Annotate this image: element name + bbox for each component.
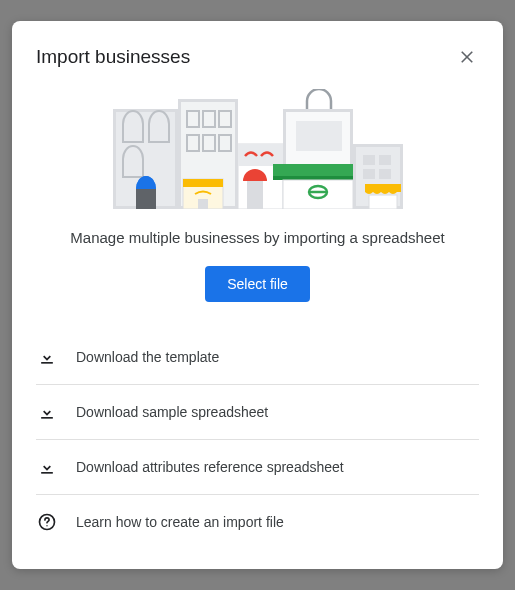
download-sample-link[interactable]: Download sample spreadsheet <box>36 385 479 440</box>
svg-rect-34 <box>41 362 53 364</box>
select-file-button[interactable]: Select file <box>205 266 310 302</box>
import-businesses-dialog: Import businesses <box>12 21 503 569</box>
learn-how-link[interactable]: Learn how to create an import file <box>36 495 479 549</box>
svg-rect-15 <box>198 199 208 209</box>
svg-rect-4 <box>136 189 156 209</box>
svg-rect-28 <box>363 155 375 165</box>
svg-point-38 <box>46 525 47 526</box>
close-icon <box>458 48 476 66</box>
svg-rect-29 <box>379 155 391 165</box>
action-label: Learn how to create an import file <box>76 514 284 530</box>
svg-rect-30 <box>363 169 375 179</box>
download-attributes-link[interactable]: Download attributes reference spreadshee… <box>36 440 479 495</box>
svg-rect-32 <box>365 184 401 192</box>
close-button[interactable] <box>455 45 479 69</box>
dialog-header: Import businesses <box>36 45 479 69</box>
dialog-title: Import businesses <box>36 46 190 68</box>
download-template-link[interactable]: Download the template <box>36 330 479 385</box>
svg-rect-23 <box>283 180 353 209</box>
svg-rect-36 <box>41 472 53 474</box>
action-list: Download the template Download sample sp… <box>36 330 479 549</box>
download-icon <box>36 401 58 423</box>
dialog-description: Manage multiple businesses by importing … <box>36 229 479 246</box>
svg-rect-18 <box>247 181 263 209</box>
svg-rect-21 <box>296 121 342 151</box>
svg-rect-22 <box>273 164 358 176</box>
download-icon <box>36 456 58 478</box>
action-label: Download sample spreadsheet <box>76 404 268 420</box>
svg-rect-31 <box>379 169 391 179</box>
storefront-illustration <box>36 89 479 209</box>
svg-rect-33 <box>369 195 397 209</box>
svg-rect-35 <box>41 417 53 419</box>
download-icon <box>36 346 58 368</box>
svg-rect-14 <box>183 179 223 187</box>
action-label: Download attributes reference spreadshee… <box>76 459 344 475</box>
help-icon <box>36 511 58 533</box>
action-label: Download the template <box>76 349 219 365</box>
